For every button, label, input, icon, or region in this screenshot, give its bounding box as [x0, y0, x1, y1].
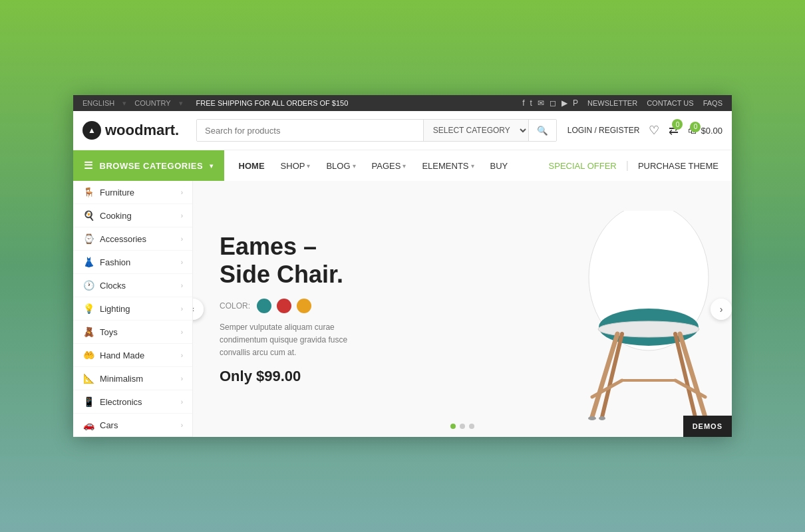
- pinterest-icon[interactable]: P: [573, 98, 578, 108]
- sidebar-item-furniture[interactable]: 🪑 Furniture ›: [73, 181, 192, 204]
- chevron-right-icon: ›: [181, 212, 183, 219]
- sidebar-toys-label: Toys: [100, 327, 118, 337]
- sidebar-lighting-label: Lighting: [100, 304, 130, 314]
- sidebar-minimalism-label: Minimalism: [100, 374, 143, 384]
- special-offer-link[interactable]: SPECIAL OFFER: [542, 152, 623, 180]
- social-icons: f t ✉ ◻ ▶ P: [522, 98, 578, 108]
- category-select[interactable]: SELECT CATEGORY: [423, 120, 528, 141]
- svg-point-10: [588, 416, 596, 420]
- color-teal[interactable]: [257, 299, 271, 313]
- sidebar-furniture-label: Furniture: [100, 188, 134, 198]
- sidebar-item-accessories[interactable]: ⌚ Accessories ›: [73, 227, 192, 251]
- handmade-icon: 🤲: [82, 350, 94, 360]
- instagram-icon[interactable]: ◻: [550, 98, 556, 108]
- compare-icon[interactable]: ⇄ 0: [669, 123, 679, 138]
- nav-pages[interactable]: PAGES ▾: [364, 152, 414, 180]
- color-red[interactable]: [277, 299, 291, 313]
- slide-title: Eames –Side Chair.: [220, 233, 366, 288]
- wishlist-icon[interactable]: ♡: [649, 123, 659, 138]
- logo-icon: ▲: [82, 121, 101, 140]
- login-register-link[interactable]: LOGIN / REGISTER: [567, 126, 640, 135]
- color-label: COLOR:: [220, 299, 366, 313]
- top-bar-left: ENGLISH ▾ COUNTRY ▾ FREE SHIPPING FOR AL…: [82, 99, 348, 108]
- sidebar-fashion-label: Fashion: [100, 257, 130, 267]
- svg-point-2: [598, 321, 699, 337]
- chevron-right-icon: ›: [181, 235, 183, 243]
- top-bar: ENGLISH ▾ COUNTRY ▾ FREE SHIPPING FOR AL…: [73, 95, 732, 111]
- sidebar-item-handmade[interactable]: 🤲 Hand Made ›: [73, 344, 192, 367]
- contact-link[interactable]: CONTACT US: [647, 99, 694, 107]
- chair-image: [519, 181, 732, 437]
- purchase-theme-link[interactable]: PURCHASE THEME: [631, 152, 725, 180]
- sidebar-accessories-label: Accessories: [100, 234, 146, 244]
- nav-blog[interactable]: BLOG ▾: [318, 152, 363, 180]
- shipping-notice: FREE SHIPPING FOR ALL ORDERS OF $150: [196, 99, 349, 107]
- slide-price: Only $99.00: [220, 368, 366, 385]
- chevron-right-icon: ›: [181, 329, 183, 336]
- slide-text: Eames –Side Chair. COLOR: Semper vulputa…: [220, 233, 366, 384]
- twitter-icon[interactable]: t: [530, 98, 532, 108]
- sidebar-item-minimalism[interactable]: 📐 Minimalism ›: [73, 367, 192, 390]
- furniture-icon: 🪑: [82, 187, 94, 198]
- email-icon[interactable]: ✉: [538, 98, 544, 108]
- chevron-right-icon: ›: [181, 305, 183, 313]
- minimalism-icon: 📐: [82, 373, 94, 384]
- chevron-right-icon: ›: [181, 282, 183, 289]
- chevron-right-icon: ›: [181, 189, 183, 196]
- nav-buy[interactable]: BUY: [482, 152, 516, 180]
- slide-dot-3[interactable]: [469, 424, 474, 429]
- search-button[interactable]: 🔍: [528, 120, 556, 141]
- slide-dot-2[interactable]: [460, 424, 465, 429]
- cart-button[interactable]: 🛍 0 $0.00: [688, 126, 723, 136]
- cars-icon: 🚗: [82, 420, 94, 430]
- youtube-icon[interactable]: ▶: [562, 98, 567, 108]
- search-input[interactable]: [197, 120, 423, 141]
- fashion-icon: 👗: [82, 257, 94, 267]
- sidebar-item-lighting[interactable]: 💡 Lighting ›: [73, 297, 192, 321]
- language-selector[interactable]: ENGLISH: [82, 99, 114, 107]
- hamburger-icon: ☰: [84, 160, 93, 172]
- logo[interactable]: ▲ woodmart.: [82, 121, 186, 140]
- compare-badge: 0: [672, 119, 683, 130]
- sidebar-item-electronics[interactable]: 📱 Electronics ›: [73, 390, 192, 414]
- top-bar-right: f t ✉ ◻ ▶ P NEWSLETTER CONTACT US FAQS: [522, 98, 723, 108]
- sidebar-clocks-label: Clocks: [100, 281, 126, 291]
- newsletter-link[interactable]: NEWSLETTER: [587, 99, 637, 107]
- facebook-icon[interactable]: f: [522, 98, 524, 108]
- sidebar-cooking-label: Cooking: [100, 211, 132, 221]
- sidebar-item-toys[interactable]: 🧸 Toys ›: [73, 321, 192, 344]
- sidebar-item-clocks[interactable]: 🕐 Clocks ›: [73, 274, 192, 297]
- chevron-right-icon: ›: [181, 398, 183, 406]
- nav-home[interactable]: HOME: [231, 152, 273, 180]
- nav-elements[interactable]: ELEMENTS ▾: [414, 152, 482, 180]
- sidebar-item-cooking[interactable]: 🍳 Cooking ›: [73, 204, 192, 227]
- sidebar-handmade-label: Hand Made: [100, 350, 144, 360]
- country-selector[interactable]: COUNTRY: [134, 99, 170, 107]
- accessories-icon: ⌚: [82, 233, 94, 244]
- nav-shop[interactable]: SHOP ▾: [273, 152, 319, 180]
- sidebar-item-cars[interactable]: 🚗 Cars ›: [73, 414, 192, 437]
- header-actions: LOGIN / REGISTER ♡ ⇄ 0 🛍 0 $0.00: [567, 123, 723, 138]
- color-orange[interactable]: [297, 299, 311, 313]
- svg-point-12: [599, 416, 605, 420]
- search-bar: SELECT CATEGORY 🔍: [196, 119, 557, 142]
- main-content: 🪑 Furniture › 🍳 Cooking › ⌚ Accessories …: [73, 181, 732, 437]
- cooking-icon: 🍳: [82, 210, 94, 221]
- chevron-right-icon: ›: [181, 352, 183, 359]
- slide-content: Eames –Side Chair. COLOR: Semper vulputa…: [193, 181, 732, 437]
- sidebar: 🪑 Furniture › 🍳 Cooking › ⌚ Accessories …: [73, 181, 193, 437]
- browse-chevron-icon: ▾: [210, 162, 214, 170]
- nav-links: HOME SHOP ▾ BLOG ▾ PAGES ▾ ELEMENTS ▾ BU…: [224, 150, 542, 181]
- header: ▲ woodmart. SELECT CATEGORY 🔍 LOGIN / RE…: [73, 111, 732, 150]
- sidebar-item-fashion[interactable]: 👗 Fashion ›: [73, 251, 192, 274]
- browse-categories-button[interactable]: ☰ BROWSE CATEGORIES ▾: [73, 150, 224, 181]
- slider-next-button[interactable]: ›: [711, 299, 732, 320]
- cart-badge: 0: [690, 122, 701, 132]
- slide-dot-1[interactable]: [450, 424, 456, 429]
- faqs-link[interactable]: FAQS: [703, 99, 723, 107]
- sidebar-cars-label: Cars: [100, 420, 118, 430]
- lighting-icon: 💡: [82, 303, 94, 314]
- logo-text: woodmart.: [105, 122, 179, 139]
- toys-icon: 🧸: [82, 327, 94, 337]
- demos-button[interactable]: DEMOS: [683, 416, 732, 437]
